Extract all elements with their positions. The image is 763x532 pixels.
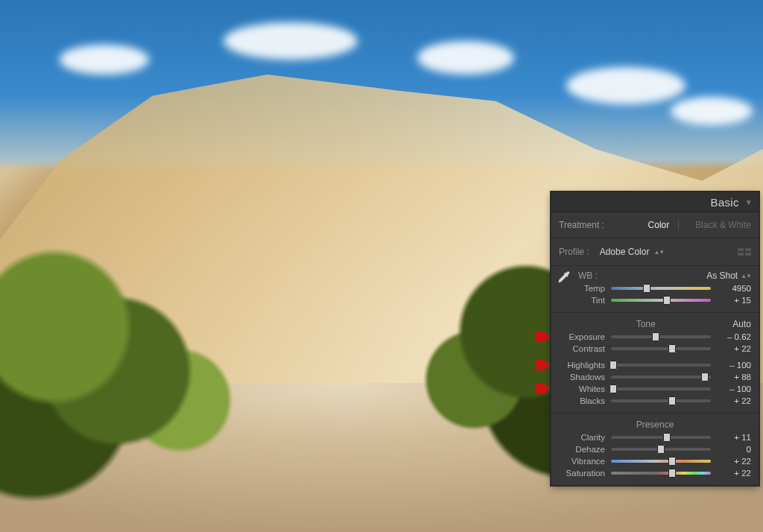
clarity-track[interactable] — [611, 434, 711, 441]
whites-label: Whites — [559, 384, 605, 393]
tint-label: Tint — [559, 296, 605, 305]
temp-label: Temp — [559, 284, 605, 293]
basic-panel: Basic ▼ Treatment : Color Black & White … — [551, 192, 759, 485]
contrast-knob[interactable] — [668, 344, 676, 353]
treatment-color[interactable]: Color — [648, 220, 670, 230]
blacks-slider: Blacks + 22 — [551, 395, 759, 407]
saturation-value[interactable]: + 22 — [717, 469, 751, 478]
wb-section: WB : As Shot ▲▼ Temp 4950 Tint + 15 — [551, 266, 759, 313]
shadows-value[interactable]: + 88 — [717, 373, 751, 381]
profile-dropdown[interactable]: Adobe Color ▲▼ — [600, 247, 732, 257]
whites-knob[interactable] — [610, 384, 617, 393]
chevron-updown-icon: ▲▼ — [653, 249, 664, 256]
dehaze-slider: Dehaze 0 — [551, 443, 759, 455]
exposure-knob[interactable] — [652, 332, 659, 341]
dehaze-track[interactable] — [611, 446, 711, 453]
tint-slider: Tint + 15 — [551, 294, 759, 306]
treatment-bw[interactable]: Black & White — [695, 220, 751, 230]
temp-track[interactable] — [611, 285, 711, 292]
tone-title: Tone — [559, 319, 732, 329]
dehaze-knob[interactable] — [657, 445, 665, 454]
vibrance-track[interactable] — [611, 457, 711, 465]
blacks-track[interactable] — [611, 397, 711, 405]
callout-marker-icon — [535, 384, 550, 394]
contrast-slider: Contrast + 22 — [551, 343, 759, 355]
saturation-slider: Saturation + 22 — [551, 467, 759, 479]
callout-marker-icon — [535, 332, 550, 342]
exposure-track[interactable] — [611, 333, 711, 341]
exposure-slider: Exposure – 0.62 — [551, 331, 759, 343]
whites-track[interactable] — [611, 385, 711, 393]
tint-track[interactable] — [611, 297, 711, 304]
svg-marker-0 — [535, 332, 550, 342]
tone-auto-button[interactable]: Auto — [732, 319, 751, 329]
treatment-row: Treatment : Color Black & White — [551, 212, 759, 238]
highlights-track[interactable] — [611, 361, 711, 369]
treatment-label: Treatment : — [559, 220, 635, 230]
blacks-value[interactable]: + 22 — [717, 396, 751, 405]
svg-marker-2 — [535, 384, 550, 394]
highlights-label: Highlights — [559, 361, 605, 370]
temp-knob[interactable] — [643, 284, 650, 293]
tone-section: Tone Auto Exposure – 0.62 Contrast + 22 … — [551, 313, 759, 414]
contrast-track[interactable] — [611, 345, 711, 352]
profile-row: Profile : Adobe Color ▲▼ — [551, 238, 759, 266]
tint-knob[interactable] — [663, 296, 671, 305]
vibrance-knob[interactable] — [668, 457, 676, 466]
highlights-slider: Highlights – 100 — [551, 359, 759, 371]
clarity-knob[interactable] — [663, 433, 671, 442]
clarity-slider: Clarity + 11 — [551, 431, 759, 443]
profile-label: Profile : — [559, 247, 589, 257]
wb-preset-value: As Shot — [706, 270, 738, 281]
whites-slider: Whites – 100 — [551, 383, 759, 395]
saturation-label: Saturation — [559, 469, 605, 478]
temp-slider: Temp 4950 — [551, 282, 759, 294]
presence-section: Presence Clarity + 11 Dehaze 0 Vibrance … — [551, 414, 759, 485]
vibrance-slider: Vibrance + 22 — [551, 455, 759, 467]
exposure-label: Exposure — [559, 332, 605, 341]
wb-preset-dropdown[interactable]: As Shot ▲▼ — [706, 270, 751, 281]
wb-preset-row: WB : As Shot ▲▼ — [551, 269, 759, 282]
blacks-knob[interactable] — [668, 396, 676, 405]
wb-label: WB : — [578, 270, 598, 281]
chevron-updown-icon: ▲▼ — [741, 273, 751, 279]
contrast-value[interactable]: + 22 — [717, 344, 751, 353]
tint-value[interactable]: + 15 — [717, 296, 751, 305]
treatment-separator — [678, 220, 679, 230]
shadows-track[interactable] — [611, 373, 711, 381]
whites-value[interactable]: – 100 — [717, 384, 751, 393]
panel-title: Basic — [711, 196, 739, 209]
clarity-value[interactable]: + 11 — [717, 433, 751, 442]
saturation-track[interactable] — [611, 469, 711, 477]
profile-browser-icon[interactable] — [738, 248, 751, 256]
highlights-knob[interactable] — [610, 361, 617, 370]
exposure-value[interactable]: – 0.62 — [717, 332, 751, 341]
highlights-value[interactable]: – 100 — [717, 361, 751, 370]
clarity-label: Clarity — [559, 433, 605, 442]
vibrance-label: Vibrance — [559, 457, 605, 466]
saturation-knob[interactable] — [668, 469, 676, 478]
contrast-label: Contrast — [559, 344, 605, 353]
shadows-slider: Shadows + 88 — [551, 371, 759, 383]
svg-marker-1 — [535, 360, 550, 370]
shadows-knob[interactable] — [701, 373, 709, 381]
presence-title: Presence — [559, 419, 751, 430]
callout-marker-icon — [535, 360, 550, 370]
vibrance-value[interactable]: + 22 — [717, 457, 751, 466]
shadows-label: Shadows — [559, 373, 605, 381]
panel-header[interactable]: Basic ▼ — [551, 192, 759, 212]
panel-collapse-icon[interactable]: ▼ — [745, 198, 753, 206]
dehaze-label: Dehaze — [559, 445, 605, 454]
temp-value[interactable]: 4950 — [717, 284, 751, 293]
blacks-label: Blacks — [559, 396, 605, 405]
profile-value: Adobe Color — [600, 247, 650, 257]
dehaze-value[interactable]: 0 — [717, 445, 751, 454]
